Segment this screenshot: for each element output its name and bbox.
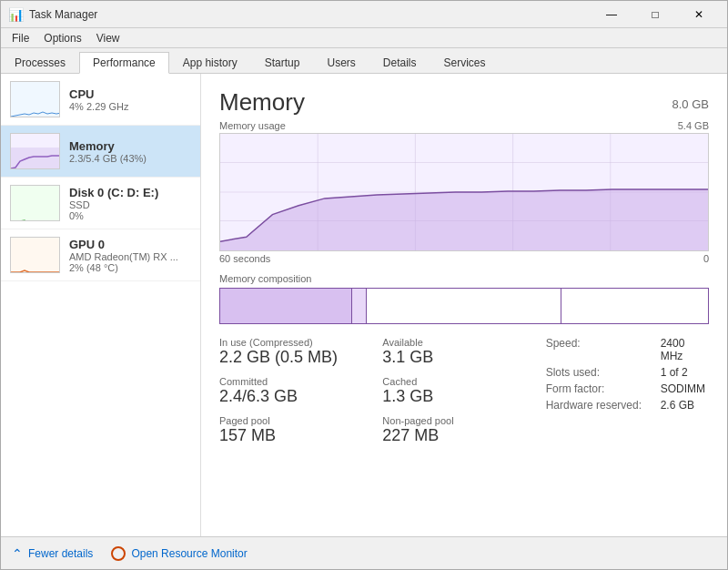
slots-label: Slots used: [546, 366, 655, 379]
sidebar-item-cpu[interactable]: CPU 4% 2.29 GHz [1, 74, 200, 126]
stat-cached: Cached 1.3 GB [382, 376, 545, 406]
hw-reserved-row: Hardware reserved: 2.6 GB [546, 399, 709, 412]
title-bar-left: 📊 Task Manager [8, 7, 97, 22]
disk-detail2: 0% [69, 210, 191, 221]
chart-time-end: 0 [703, 253, 709, 264]
stats-col-2: Available 3.1 GB Cached 1.3 GB Non-paged… [382, 337, 545, 445]
composition-label: Memory composition [219, 273, 709, 284]
speed-row: Speed: 2400 MHz [546, 337, 709, 362]
resource-monitor-icon [111, 546, 126, 561]
right-stats: Speed: 2400 MHz Slots used: 1 of 2 Form … [546, 337, 709, 412]
tab-performance[interactable]: Performance [79, 52, 169, 74]
stat-committed: Committed 2.4/6.3 GB [219, 376, 382, 406]
in-use-label: In use (Compressed) [219, 337, 382, 348]
speed-value: 2400 MHz [661, 337, 709, 362]
slots-row: Slots used: 1 of 2 [546, 366, 709, 379]
composition-bar [219, 288, 709, 324]
svg-rect-0 [11, 82, 60, 117]
svg-marker-12 [220, 189, 708, 250]
window-title: Task Manager [29, 8, 97, 21]
tab-startup[interactable]: Startup [251, 51, 314, 73]
fewer-details-button[interactable]: ⌃ Fewer details [12, 546, 93, 561]
menu-file[interactable]: File [5, 30, 36, 46]
paged-pool-label: Paged pool [219, 415, 382, 426]
cached-label: Cached [382, 376, 545, 387]
sidebar-item-memory[interactable]: Memory 2.3/5.4 GB (43%) [1, 126, 200, 178]
slots-value: 1 of 2 [661, 366, 688, 379]
non-paged-pool-value: 227 MB [382, 426, 545, 445]
committed-value: 2.4/6.3 GB [219, 387, 382, 406]
memory-chart-section: Memory usage 5.4 GB [219, 120, 709, 264]
memory-detail: 2.3/5.4 GB (43%) [69, 153, 191, 164]
comp-standby [367, 289, 561, 323]
speed-label: Speed: [546, 337, 655, 362]
stat-available: Available 3.1 GB [382, 337, 545, 367]
open-resource-monitor-button[interactable]: Open Resource Monitor [111, 546, 247, 561]
sidebar-item-disk[interactable]: Disk 0 (C: D: E:) SSD 0% [1, 178, 200, 229]
memory-usage-chart [219, 133, 709, 251]
non-paged-pool-label: Non-paged pool [382, 415, 545, 426]
available-label: Available [382, 337, 545, 348]
menu-bar: File Options View [1, 28, 727, 48]
gpu-detail1: AMD Radeon(TM) RX ... [69, 251, 191, 262]
disk-mini-chart [10, 185, 60, 221]
maximize-button[interactable]: □ [634, 1, 676, 28]
minimize-button[interactable]: — [591, 1, 632, 28]
gpu-mini-chart [10, 237, 60, 273]
sidebar-item-gpu[interactable]: GPU 0 AMD Radeon(TM) RX ... 2% (48 °C) [1, 229, 200, 281]
main-content: CPU 4% 2.29 GHz Memory 2.3/5.4 GB (43%) [1, 74, 727, 536]
form-value: SODIMM [661, 382, 705, 395]
gpu-detail2: 2% (48 °C) [69, 262, 191, 273]
gpu-label: GPU 0 [69, 238, 191, 251]
hw-reserved-value: 2.6 GB [661, 399, 694, 412]
memory-info: Memory 2.3/5.4 GB (43%) [69, 139, 191, 164]
main-header: Memory 8.0 GB [219, 88, 709, 117]
available-value: 3.1 GB [382, 348, 545, 367]
stats-col-1: In use (Compressed) 2.2 GB (0.5 MB) Comm… [219, 337, 382, 445]
cpu-label: CPU [69, 87, 191, 101]
comp-modified [352, 289, 367, 323]
fewer-details-label: Fewer details [28, 547, 93, 560]
tabs-bar: Processes Performance App history Startu… [1, 48, 727, 74]
form-row: Form factor: SODIMM [546, 382, 709, 395]
tab-details[interactable]: Details [369, 51, 430, 73]
bottom-bar: ⌃ Fewer details Open Resource Monitor [1, 536, 727, 569]
menu-view[interactable]: View [89, 30, 127, 46]
stats-col-3: Speed: 2400 MHz Slots used: 1 of 2 Form … [546, 337, 709, 445]
chart-usage-max: 5.4 GB [678, 120, 709, 131]
task-manager-window: 📊 Task Manager — □ ✕ File Options View P… [0, 0, 728, 570]
sidebar: CPU 4% 2.29 GHz Memory 2.3/5.4 GB (43%) [1, 74, 201, 536]
cpu-info: CPU 4% 2.29 GHz [69, 87, 191, 112]
memory-mini-chart [10, 133, 60, 169]
hw-reserved-label: Hardware reserved: [546, 399, 655, 412]
tab-users[interactable]: Users [313, 51, 369, 73]
menu-options[interactable]: Options [36, 30, 88, 46]
in-use-value: 2.2 GB (0.5 MB) [219, 348, 382, 367]
committed-label: Committed [219, 376, 382, 387]
tab-app-history[interactable]: App history [169, 51, 251, 73]
main-panel: Memory 8.0 GB Memory usage 5.4 GB [201, 74, 727, 536]
chart-label-row: Memory usage 5.4 GB [219, 120, 709, 131]
paged-pool-value: 157 MB [219, 426, 382, 445]
main-total: 8.0 GB [672, 88, 709, 111]
gpu-info: GPU 0 AMD Radeon(TM) RX ... 2% (48 °C) [69, 238, 191, 273]
stat-in-use: In use (Compressed) 2.2 GB (0.5 MB) [219, 337, 382, 367]
disk-detail1: SSD [69, 199, 191, 210]
memory-label: Memory [69, 139, 191, 153]
title-bar: 📊 Task Manager — □ ✕ [1, 1, 727, 28]
comp-free [561, 289, 708, 323]
tab-processes[interactable]: Processes [1, 51, 79, 73]
svg-rect-2 [11, 148, 60, 169]
window-controls: — □ ✕ [591, 1, 720, 28]
close-button[interactable]: ✕ [678, 1, 720, 28]
stats-grid: In use (Compressed) 2.2 GB (0.5 MB) Comm… [219, 337, 709, 445]
tab-services[interactable]: Services [430, 51, 500, 73]
chart-usage-label: Memory usage [219, 120, 286, 131]
chart-time-start: 60 seconds [219, 253, 270, 264]
cpu-detail: 4% 2.29 GHz [69, 101, 191, 112]
stat-non-paged-pool: Non-paged pool 227 MB [382, 415, 545, 445]
form-label: Form factor: [546, 382, 655, 395]
cpu-mini-chart [10, 81, 60, 117]
svg-rect-3 [11, 186, 60, 221]
cached-value: 1.3 GB [382, 387, 545, 406]
